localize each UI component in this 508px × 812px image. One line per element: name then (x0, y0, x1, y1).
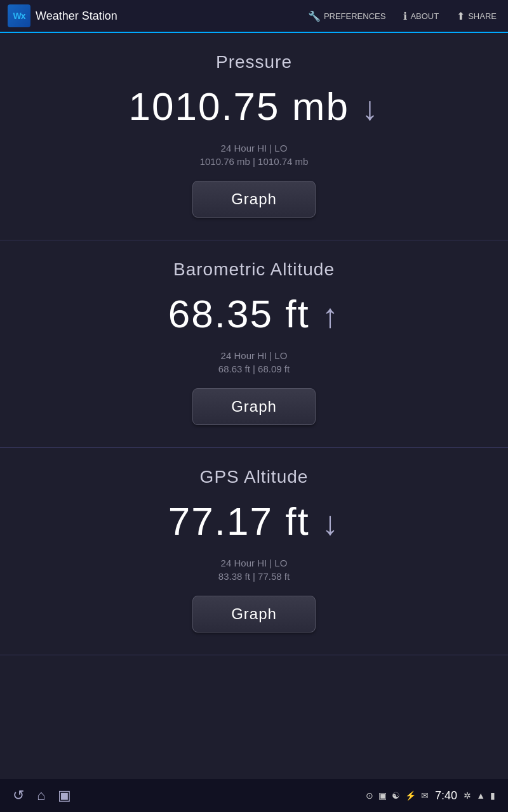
gps-altitude-section: GPS Altitude 77.17 ft ↓ 24 Hour HI | LO … (0, 448, 508, 655)
gps-altitude-title: GPS Altitude (200, 467, 309, 487)
barometric-altitude-stats-values: 68.63 ft | 68.09 ft (218, 363, 290, 374)
email-icon: ✉ (421, 790, 429, 801)
pressure-arrow: ↓ (361, 89, 379, 127)
barometric-altitude-arrow: ↑ (322, 297, 340, 334)
gps-altitude-stats-values: 83.38 ft | 77.58 ft (218, 571, 290, 582)
share-icon: ⬆ (457, 10, 465, 22)
pressure-stats-values: 1010.76 mb | 1010.74 mb (200, 156, 309, 167)
app-branding: Wx Weather Station (8, 4, 117, 27)
pressure-value: 1010.75 mb ↓ (128, 84, 379, 129)
location-icon: ⊙ (366, 790, 373, 801)
gps-altitude-graph-button[interactable]: Graph (192, 596, 316, 632)
pressure-section: Pressure 1010.75 mb ↓ 24 Hour HI | LO 10… (0, 33, 508, 240)
top-bar-actions: 🔧 PREFERENCES ℹ ABOUT ⬆ SHARE (304, 8, 500, 25)
wifi-icon: ▲ (476, 790, 485, 801)
home-icon[interactable]: ⌂ (37, 787, 45, 804)
wrench-icon: 🔧 (308, 10, 321, 22)
top-bar: Wx Weather Station 🔧 PREFERENCES ℹ ABOUT… (0, 0, 508, 33)
about-label: ABOUT (410, 11, 439, 21)
battery-icon: ▮ (490, 790, 495, 801)
share-label: SHARE (468, 11, 497, 21)
gps-altitude-arrow: ↓ (322, 504, 340, 542)
usb-icon: ⚡ (405, 790, 416, 801)
about-button[interactable]: ℹ ABOUT (399, 8, 443, 25)
gps-altitude-stats-label: 24 Hour HI | LO (221, 558, 288, 568)
nav-right-status: ⊙ ▣ ☯ ⚡ ✉ 7:40 ✲ ▲ ▮ (366, 789, 495, 802)
barometric-altitude-title: Barometric Altitude (173, 259, 335, 280)
nav-left-icons: ↺ ⌂ ▣ (13, 787, 71, 804)
recents-icon[interactable]: ▣ (58, 787, 71, 804)
pressure-stats: 24 Hour HI | LO 1010.76 mb | 1010.74 mb (200, 143, 309, 167)
image-icon: ▣ (378, 790, 387, 801)
bluetooth-icon: ✲ (464, 790, 471, 801)
pressure-stats-label: 24 Hour HI | LO (221, 143, 288, 154)
status-icons: ⊙ ▣ ☯ ⚡ ✉ (366, 790, 429, 801)
barometric-altitude-section: Barometric Altitude 68.35 ft ↑ 24 Hour H… (0, 240, 508, 448)
gps-altitude-value: 77.17 ft ↓ (168, 499, 340, 544)
barometric-altitude-graph-button[interactable]: Graph (192, 388, 316, 425)
pressure-title: Pressure (216, 52, 292, 72)
share-button[interactable]: ⬆ SHARE (453, 8, 500, 25)
barometric-altitude-stats: 24 Hour HI | LO 68.63 ft | 68.09 ft (218, 350, 290, 374)
pressure-graph-button[interactable]: Graph (192, 181, 316, 218)
preferences-button[interactable]: 🔧 PREFERENCES (304, 8, 390, 25)
back-icon[interactable]: ↺ (13, 787, 24, 804)
barometric-altitude-stats-label: 24 Hour HI | LO (221, 350, 288, 361)
info-icon: ℹ (403, 10, 407, 22)
preferences-label: PREFERENCES (324, 11, 386, 21)
barometric-altitude-value: 68.35 ft ↑ (168, 291, 340, 336)
gps-altitude-stats: 24 Hour HI | LO 83.38 ft | 77.58 ft (218, 558, 290, 582)
main-content: Pressure 1010.75 mb ↓ 24 Hour HI | LO 10… (0, 33, 508, 779)
android-icon: ☯ (392, 790, 400, 801)
app-logo: Wx (8, 4, 30, 27)
app-title: Weather Station (36, 10, 117, 23)
bottom-nav: ↺ ⌂ ▣ ⊙ ▣ ☯ ⚡ ✉ 7:40 ✲ ▲ ▮ (0, 779, 508, 812)
connectivity-icons: ✲ ▲ ▮ (464, 790, 495, 801)
time-display: 7:40 (435, 789, 457, 802)
